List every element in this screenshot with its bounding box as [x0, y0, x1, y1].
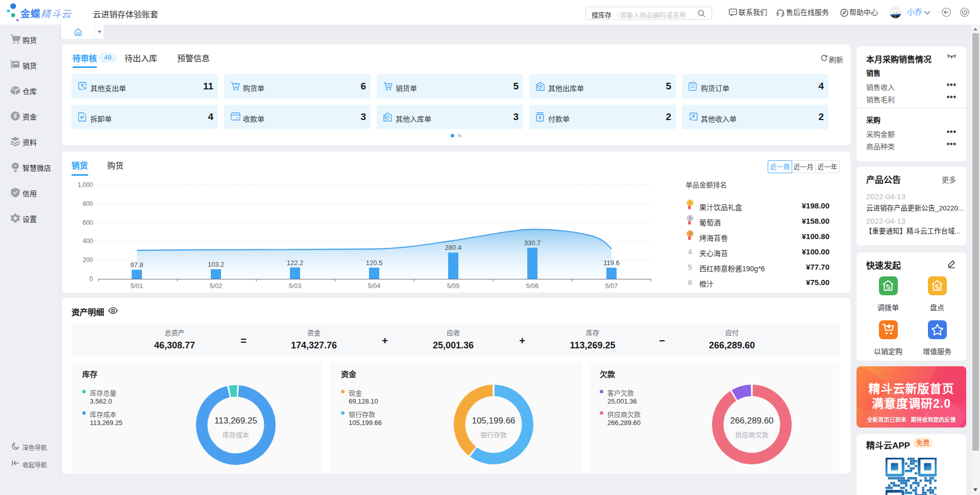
svg-text:1: 1 [689, 200, 692, 205]
svg-text:5/03: 5/03 [289, 282, 301, 290]
svg-text:5/07: 5/07 [605, 282, 618, 290]
svg-text:120.5: 120.5 [366, 259, 383, 267]
svg-text:2: 2 [689, 216, 692, 221]
svg-text:103.2: 103.2 [208, 261, 225, 268]
svg-text:5/02: 5/02 [210, 282, 222, 290]
svg-text:400: 400 [83, 238, 93, 245]
svg-text:119.6: 119.6 [603, 259, 620, 267]
svg-text:330.7: 330.7 [524, 239, 541, 247]
svg-text:5/04: 5/04 [368, 282, 380, 290]
svg-text:5/06: 5/06 [526, 282, 538, 290]
svg-text:280.4: 280.4 [445, 244, 462, 251]
svg-text:5/05: 5/05 [447, 282, 459, 290]
svg-text:0: 0 [89, 275, 93, 282]
svg-text:800: 800 [83, 200, 93, 207]
svg-text:5/01: 5/01 [131, 282, 143, 290]
svg-text:122.2: 122.2 [287, 259, 304, 267]
svg-text:3: 3 [689, 231, 692, 236]
svg-text:97.8: 97.8 [130, 261, 143, 269]
svg-text:200: 200 [83, 256, 93, 264]
svg-text:600: 600 [83, 219, 93, 226]
svg-text:1,000: 1,000 [78, 181, 93, 188]
